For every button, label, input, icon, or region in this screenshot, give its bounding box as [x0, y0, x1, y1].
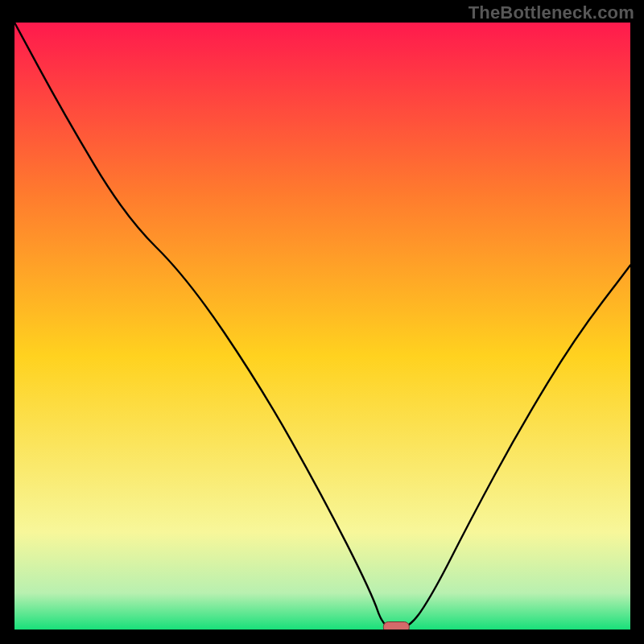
chart-svg	[14, 23, 630, 630]
watermark-text: TheBottleneck.com	[469, 2, 634, 23]
optimal-marker	[383, 622, 409, 630]
gradient-background	[14, 23, 630, 630]
bottleneck-chart	[14, 23, 630, 630]
chart-frame: TheBottleneck.com	[0, 0, 644, 644]
